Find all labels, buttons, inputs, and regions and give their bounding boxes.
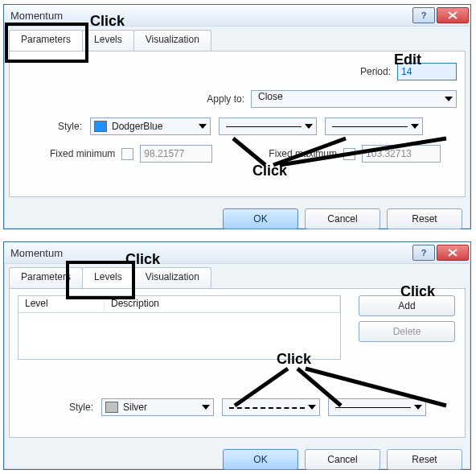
style-label: Style: xyxy=(58,121,82,132)
style-line-dash-select[interactable] xyxy=(219,117,317,135)
window-buttons: ? xyxy=(412,245,469,261)
fixed-max-checkbox[interactable] xyxy=(343,148,355,160)
line-style-icon xyxy=(229,407,305,409)
help-button[interactable]: ? xyxy=(412,7,435,23)
reset-button[interactable]: Reset xyxy=(387,449,462,470)
period-input[interactable] xyxy=(397,63,457,80)
style-line-dash-select[interactable] xyxy=(222,398,320,416)
cancel-button[interactable]: Cancel xyxy=(305,449,380,470)
style-line-width-select[interactable] xyxy=(328,398,426,416)
ok-button[interactable]: OK xyxy=(223,449,298,470)
chevron-down-icon xyxy=(414,405,422,410)
chevron-down-icon xyxy=(308,405,316,410)
tab-parameters[interactable]: Parameters xyxy=(9,30,83,51)
dialog-buttons: OK Cancel Reset xyxy=(4,202,470,236)
tab-pane-levels: Level Description Add Delete Style: Silv… xyxy=(9,288,466,438)
titlebar[interactable]: Momentum ? xyxy=(4,5,470,27)
tab-visualization[interactable]: Visualization xyxy=(133,267,211,288)
tab-pane-parameters: Period: Apply to: Close Style: DodgerBlu… xyxy=(9,51,466,197)
apply-to-select[interactable]: Close xyxy=(251,90,457,108)
levels-table-header: Level Description xyxy=(18,296,340,313)
dialog-buttons: OK Cancel Reset xyxy=(4,443,470,474)
fixed-max-label: Fixed maximum xyxy=(269,148,337,159)
line-width-icon xyxy=(335,407,411,408)
dialog-parameters: Momentum ? Parameters Levels Visualizati… xyxy=(3,4,471,229)
tab-strip: Parameters Levels Visualization xyxy=(4,264,470,288)
tab-parameters[interactable]: Parameters xyxy=(9,267,83,288)
style-line-width-select[interactable] xyxy=(325,117,423,135)
style-label: Style: xyxy=(69,402,93,413)
ok-button[interactable]: OK xyxy=(223,208,298,229)
help-button[interactable]: ? xyxy=(412,245,435,261)
col-description: Description xyxy=(105,296,340,312)
close-button[interactable] xyxy=(437,7,469,23)
add-button[interactable]: Add xyxy=(359,295,455,316)
line-width-icon xyxy=(332,126,408,127)
color-swatch-icon xyxy=(105,402,118,413)
close-button[interactable] xyxy=(437,245,469,261)
chevron-down-icon xyxy=(445,97,453,101)
tab-visualization[interactable]: Visualization xyxy=(133,30,211,51)
style-color-select[interactable]: DodgerBlue xyxy=(90,117,211,135)
fixed-max-input[interactable] xyxy=(362,145,441,163)
apply-to-value: Close xyxy=(255,91,283,102)
titlebar[interactable]: Momentum ? xyxy=(4,242,470,264)
levels-side-buttons: Add Delete xyxy=(359,295,453,342)
cancel-button[interactable]: Cancel xyxy=(305,208,380,229)
fixed-min-input[interactable] xyxy=(140,145,212,163)
style-color-name: Silver xyxy=(123,402,147,413)
color-swatch-icon xyxy=(94,121,107,132)
delete-button[interactable]: Delete xyxy=(359,321,455,342)
levels-table[interactable]: Level Description xyxy=(18,295,341,360)
line-style-icon xyxy=(226,126,302,127)
tab-levels[interactable]: Levels xyxy=(82,30,134,51)
fixed-min-checkbox[interactable] xyxy=(121,148,133,160)
chevron-down-icon xyxy=(202,405,210,410)
window-buttons: ? xyxy=(412,7,469,23)
apply-to-label: Apply to: xyxy=(207,93,244,105)
style-color-name: DodgerBlue xyxy=(112,121,162,132)
dialog-title: Momentum xyxy=(10,10,63,22)
col-level: Level xyxy=(18,296,105,312)
fixed-min-label: Fixed minimum xyxy=(50,148,115,159)
dialog-title: Momentum xyxy=(10,247,63,259)
period-label: Period: xyxy=(360,66,391,77)
tab-strip: Parameters Levels Visualization xyxy=(4,27,470,51)
chevron-down-icon xyxy=(305,124,313,129)
chevron-down-icon xyxy=(199,124,207,129)
reset-button[interactable]: Reset xyxy=(387,208,462,229)
dialog-levels: Momentum ? Parameters Levels Visualizati… xyxy=(3,241,471,470)
style-color-select[interactable]: Silver xyxy=(101,398,214,416)
tab-levels[interactable]: Levels xyxy=(82,267,134,288)
chevron-down-icon xyxy=(411,124,419,129)
